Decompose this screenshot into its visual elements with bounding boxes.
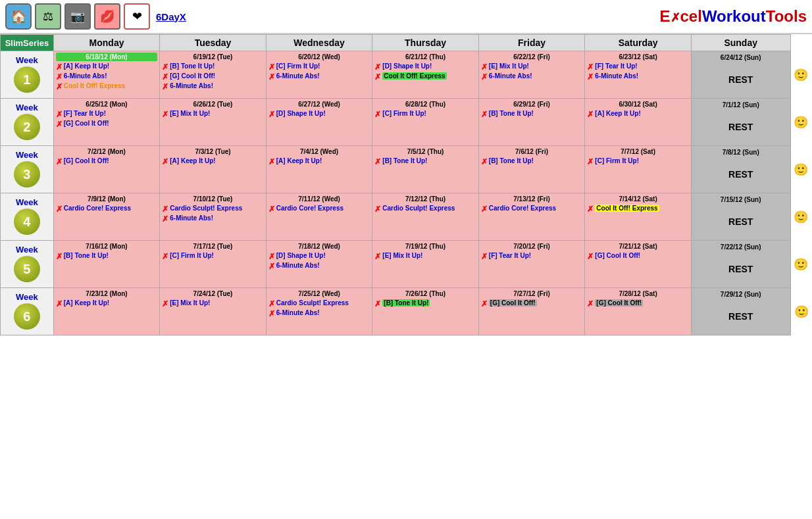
x-mark: ✗: [56, 299, 63, 309]
day-date: 6/27/12 (Wed): [268, 100, 370, 109]
workout-name: 6-Minute Abs!: [64, 72, 107, 80]
x-mark: ✗: [587, 72, 594, 82]
day-date: 7/14/12 (Sat): [587, 195, 689, 203]
week-2-label: Week 2: [1, 99, 54, 146]
x-mark: ✗: [162, 214, 168, 224]
week-6-link[interactable]: Week: [3, 292, 51, 302]
day-date: 7/11/12 (Wed): [268, 195, 370, 203]
workout-row: ✗6-Minute Abs!: [268, 262, 370, 271]
workout-row: ✗[E] Mix It Up!: [162, 110, 264, 119]
day-date: 6/18/12 (Mon): [56, 53, 158, 61]
rest-date: 7/8/12 (Sun): [694, 149, 788, 156]
rest-label: REST: [694, 159, 788, 190]
week-4-day-5: 7/13/12 (Fri)✗Cardio Core! Express: [478, 193, 585, 241]
day-date: 7/7/12 (Sat): [587, 147, 689, 156]
workout-row: ✗[E] Mix It Up!: [481, 62, 583, 72]
workout-row: ✗[A] Keep It Up!: [56, 299, 158, 309]
week-3-label: Week 3: [1, 146, 54, 193]
camera-icon[interactable]: 📷: [64, 3, 91, 30]
x-mark: ✗: [587, 205, 594, 214]
day-date: 7/6/12 (Fri): [481, 147, 583, 156]
week-4-link[interactable]: Week: [3, 197, 51, 207]
week-1-day-4: 6/21/12 (Thu)✗[D] Shape It Up!✗Cool It O…: [372, 51, 479, 99]
workout-row: ✗[B] Tone It Up!: [374, 299, 476, 309]
week-5-day-2: 7/17/12 (Tue)✗[C] Firm It Up!: [160, 241, 266, 288]
week-5-link[interactable]: Week: [3, 245, 51, 255]
x-mark: ✗: [268, 262, 275, 271]
workout-row: ✗[B] Tone It Up!: [56, 252, 158, 261]
calendar-table: SlimSeries Monday Tuesday Wednesday Thur…: [0, 34, 812, 335]
lips-icon[interactable]: 💋: [94, 3, 120, 30]
day-date: 7/16/12 (Mon): [56, 242, 158, 251]
scale-icon[interactable]: ⚖: [35, 3, 61, 30]
x-mark: ✗: [56, 110, 63, 119]
week-6-day-4: 7/26/12 (Thu)✗[B] Tone It Up!: [372, 288, 479, 335]
workout-name: [G] Cool It Off!: [64, 120, 109, 127]
day-date: 7/5/12 (Thu): [374, 147, 476, 156]
week-1-label: Week 1: [1, 51, 54, 99]
week-3-link[interactable]: Week: [3, 150, 51, 160]
workout-row: ✗6-Minute Abs!: [162, 82, 264, 91]
workout-name: [B] Tone It Up!: [64, 252, 109, 259]
week-5-label: Week 5: [1, 241, 54, 288]
workout-row: ✗[A] Keep It Up!: [56, 62, 158, 72]
workout-row: ✗[A] Keep It Up!: [587, 110, 689, 119]
week-5-num: 5: [14, 256, 40, 282]
day-date: 6/19/12 (Tue): [162, 53, 264, 61]
week-2-day-2: 6/26/12 (Tue)✗[E] Mix It Up!: [160, 99, 266, 146]
week-1-day-6: 6/23/12 (Sat)✗[F] Tear It Up!✗6-Minute A…: [585, 51, 692, 99]
workout-row: ✗[D] Shape It Up!: [268, 110, 370, 119]
x-mark: ✗: [481, 205, 488, 214]
home-icon[interactable]: 🏠: [5, 3, 32, 30]
workout-row: ✗[D] Shape It Up!: [268, 252, 370, 261]
workout-name: [F] Tear It Up!: [595, 62, 637, 70]
x-mark: ✗: [268, 72, 275, 82]
week-6-day-6: 7/28/12 (Sat)✗[G] Cool It Off!: [585, 288, 692, 335]
x-mark: ✗: [587, 157, 594, 166]
week-4-day-4: 7/12/12 (Thu)✗Cardio Sculpt! Express: [372, 193, 479, 241]
top-bar: 🏠 ⚖ 📷 💋 ❤ 6DayX E✗celWorkoutTools: [0, 0, 812, 34]
col-slim: SlimSeries: [1, 35, 54, 51]
week-4-day-6: 7/14/12 (Sat)✗Cool It Off! Express: [585, 193, 692, 241]
workout-name: [C] Firm It Up!: [276, 62, 320, 70]
col-wednesday: Wednesday: [266, 35, 372, 51]
rest-label: REST: [694, 253, 788, 285]
workout-row: ✗[C] Firm It Up!: [162, 252, 264, 261]
workout-row: ✗Cardio Sculpt! Express: [374, 205, 476, 214]
week-2-day-3: 6/27/12 (Wed)✗[D] Shape It Up!: [266, 99, 372, 146]
week-5-day-4: 7/19/12 (Thu)✗[E] Mix It Up!: [372, 241, 479, 288]
week-3-day-3: 7/4/12 (Wed)✗[A] Keep It Up!: [266, 146, 372, 193]
workout-row: ✗Cardio Core! Express: [56, 205, 158, 214]
week-3-day-5: 7/6/12 (Fri)✗[B] Tone It Up!: [478, 146, 585, 193]
rest-date: 6/24/12 (Sun): [694, 54, 788, 61]
workout-name: Cool It Off! Express: [64, 82, 125, 89]
week-5-day-7: 7/22/12 (Sun)REST: [691, 241, 790, 288]
sixdayx-link[interactable]: 6DayX: [156, 11, 186, 22]
workout-row: ✗[B] Tone It Up!: [481, 110, 583, 119]
col-sunday: Sunday: [691, 35, 790, 51]
workout-row: ✗6-Minute Abs!: [481, 72, 583, 82]
workout-row: ✗[F] Tear It Up!: [56, 110, 158, 119]
x-mark: ✗: [374, 252, 381, 261]
x-mark: ✗: [162, 157, 168, 166]
workout-name: [A] Keep It Up!: [64, 62, 109, 70]
day-date: 7/20/12 (Fri): [481, 242, 583, 251]
heart-icon[interactable]: ❤: [124, 3, 150, 30]
week-6-smiley: 🙂: [790, 288, 811, 335]
workout-name: [D] Shape It Up!: [276, 110, 326, 117]
workout-name: [B] Tone It Up!: [489, 110, 534, 117]
week-4-num: 4: [14, 209, 40, 235]
x-mark: ✗: [374, 157, 381, 166]
day-date: 7/24/12 (Tue): [162, 289, 264, 298]
week-3-day-2: 7/3/12 (Tue)✗[A] Keep It Up!: [160, 146, 266, 193]
workout-row: ✗[E] Mix It Up!: [374, 252, 476, 261]
week-5-day-5: 7/20/12 (Fri)✗[F] Tear It Up!: [478, 241, 585, 288]
workout-name: Cool It Off! Express: [382, 72, 446, 80]
x-mark: ✗: [587, 110, 594, 119]
x-mark: ✗: [162, 82, 168, 91]
week-1-link[interactable]: Week: [3, 55, 51, 65]
week-2-link[interactable]: Week: [3, 103, 51, 112]
brand-logo: E✗celWorkoutTools: [660, 7, 807, 26]
workout-name: [B] Tone It Up!: [489, 157, 534, 164]
rest-date: 7/15/12 (Sun): [694, 196, 788, 203]
